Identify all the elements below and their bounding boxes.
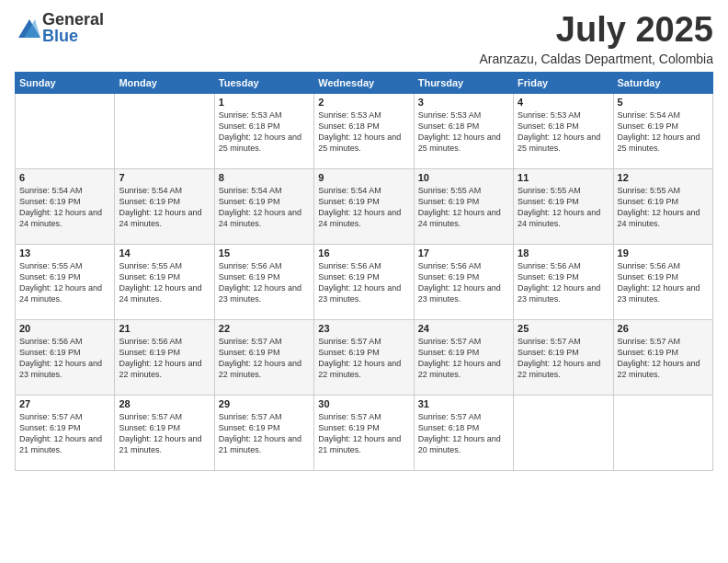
day-info: Sunrise: 5:55 AM Sunset: 6:19 PM Dayligh… xyxy=(19,260,110,305)
day-info: Sunrise: 5:56 AM Sunset: 6:19 PM Dayligh… xyxy=(518,260,609,305)
calendar-cell: 4Sunrise: 5:53 AM Sunset: 6:18 PM Daylig… xyxy=(514,93,613,168)
day-info: Sunrise: 5:56 AM Sunset: 6:19 PM Dayligh… xyxy=(219,260,310,305)
calendar-cell: 26Sunrise: 5:57 AM Sunset: 6:19 PM Dayli… xyxy=(613,319,712,395)
calendar-cell: 2Sunrise: 5:53 AM Sunset: 6:18 PM Daylig… xyxy=(314,93,414,168)
day-info: Sunrise: 5:56 AM Sunset: 6:19 PM Dayligh… xyxy=(19,336,110,381)
calendar-cell: 18Sunrise: 5:56 AM Sunset: 6:19 PM Dayli… xyxy=(514,244,613,319)
day-info: Sunrise: 5:53 AM Sunset: 6:18 PM Dayligh… xyxy=(318,109,409,155)
day-number: 2 xyxy=(318,97,409,108)
day-number: 11 xyxy=(518,172,609,183)
day-info: Sunrise: 5:57 AM Sunset: 6:19 PM Dayligh… xyxy=(119,411,210,456)
calendar-cell: 8Sunrise: 5:54 AM Sunset: 6:19 PM Daylig… xyxy=(214,168,313,244)
calendar-cell: 25Sunrise: 5:57 AM Sunset: 6:19 PM Dayli… xyxy=(514,319,613,395)
calendar-cell xyxy=(613,395,712,470)
day-info: Sunrise: 5:56 AM Sunset: 6:19 PM Dayligh… xyxy=(318,260,409,305)
weekday-header-cell: Wednesday xyxy=(314,72,414,93)
day-number: 28 xyxy=(119,398,210,409)
day-info: Sunrise: 5:57 AM Sunset: 6:19 PM Dayligh… xyxy=(418,336,509,381)
calendar-cell: 19Sunrise: 5:56 AM Sunset: 6:19 PM Dayli… xyxy=(613,244,712,319)
weekday-header-cell: Thursday xyxy=(414,72,513,93)
calendar-week-row: 6Sunrise: 5:54 AM Sunset: 6:19 PM Daylig… xyxy=(16,168,713,244)
month-title: July 2025 xyxy=(480,11,713,50)
day-number: 24 xyxy=(418,323,509,334)
calendar-cell: 29Sunrise: 5:57 AM Sunset: 6:19 PM Dayli… xyxy=(214,395,313,470)
day-info: Sunrise: 5:56 AM Sunset: 6:19 PM Dayligh… xyxy=(418,260,509,305)
calendar-cell: 21Sunrise: 5:56 AM Sunset: 6:19 PM Dayli… xyxy=(115,319,214,395)
location-title: Aranzazu, Caldas Department, Colombia xyxy=(480,52,713,66)
day-number: 1 xyxy=(219,97,310,108)
title-block: July 2025 Aranzazu, Caldas Department, C… xyxy=(480,11,713,66)
calendar-cell: 9Sunrise: 5:54 AM Sunset: 6:19 PM Daylig… xyxy=(314,168,414,244)
day-number: 3 xyxy=(418,97,509,108)
calendar-cell: 12Sunrise: 5:55 AM Sunset: 6:19 PM Dayli… xyxy=(613,168,712,244)
logo-general-text: General xyxy=(42,11,104,28)
calendar-week-row: 20Sunrise: 5:56 AM Sunset: 6:19 PM Dayli… xyxy=(16,319,713,395)
day-number: 18 xyxy=(518,247,609,259)
day-info: Sunrise: 5:57 AM Sunset: 6:19 PM Dayligh… xyxy=(219,336,310,381)
day-number: 9 xyxy=(318,172,409,183)
day-info: Sunrise: 5:57 AM Sunset: 6:19 PM Dayligh… xyxy=(318,411,409,456)
day-number: 7 xyxy=(119,172,210,183)
day-info: Sunrise: 5:54 AM Sunset: 6:19 PM Dayligh… xyxy=(219,185,310,230)
day-number: 6 xyxy=(19,172,110,183)
calendar-cell: 3Sunrise: 5:53 AM Sunset: 6:18 PM Daylig… xyxy=(414,93,513,168)
calendar-cell: 13Sunrise: 5:55 AM Sunset: 6:19 PM Dayli… xyxy=(16,244,115,319)
weekday-header-cell: Monday xyxy=(115,72,214,93)
day-number: 23 xyxy=(318,323,409,334)
calendar-week-row: 1Sunrise: 5:53 AM Sunset: 6:18 PM Daylig… xyxy=(16,93,713,168)
day-number: 20 xyxy=(19,323,110,334)
calendar-cell: 30Sunrise: 5:57 AM Sunset: 6:19 PM Dayli… xyxy=(314,395,414,470)
day-info: Sunrise: 5:54 AM Sunset: 6:19 PM Dayligh… xyxy=(119,185,210,230)
day-number: 14 xyxy=(119,247,210,259)
calendar-cell: 31Sunrise: 5:57 AM Sunset: 6:18 PM Dayli… xyxy=(414,395,513,470)
calendar-table: SundayMondayTuesdayWednesdayThursdayFrid… xyxy=(15,72,713,471)
day-info: Sunrise: 5:57 AM Sunset: 6:18 PM Dayligh… xyxy=(418,411,509,456)
calendar-cell: 14Sunrise: 5:55 AM Sunset: 6:19 PM Dayli… xyxy=(115,244,214,319)
calendar-cell: 10Sunrise: 5:55 AM Sunset: 6:19 PM Dayli… xyxy=(414,168,513,244)
calendar-cell: 6Sunrise: 5:54 AM Sunset: 6:19 PM Daylig… xyxy=(16,168,115,244)
day-number: 22 xyxy=(219,323,310,334)
day-number: 8 xyxy=(219,172,310,183)
generalblue-icon xyxy=(15,16,40,41)
calendar-cell: 15Sunrise: 5:56 AM Sunset: 6:19 PM Dayli… xyxy=(214,244,313,319)
day-info: Sunrise: 5:54 AM Sunset: 6:19 PM Dayligh… xyxy=(618,109,709,155)
day-info: Sunrise: 5:57 AM Sunset: 6:19 PM Dayligh… xyxy=(618,336,709,381)
day-info: Sunrise: 5:56 AM Sunset: 6:19 PM Dayligh… xyxy=(618,260,709,305)
day-info: Sunrise: 5:54 AM Sunset: 6:19 PM Dayligh… xyxy=(19,185,110,230)
day-number: 25 xyxy=(518,323,609,334)
page: General Blue July 2025 Aranzazu, Caldas … xyxy=(0,0,728,563)
day-number: 29 xyxy=(219,398,310,409)
day-number: 17 xyxy=(418,247,509,259)
day-number: 26 xyxy=(618,323,709,334)
calendar-cell xyxy=(514,395,613,470)
calendar-body: 1Sunrise: 5:53 AM Sunset: 6:18 PM Daylig… xyxy=(16,93,713,470)
day-info: Sunrise: 5:57 AM Sunset: 6:19 PM Dayligh… xyxy=(318,336,409,381)
day-number: 27 xyxy=(19,398,110,409)
day-number: 13 xyxy=(19,247,110,259)
calendar-cell xyxy=(16,93,115,168)
logo: General Blue xyxy=(15,11,104,44)
weekday-header-cell: Tuesday xyxy=(214,72,313,93)
day-number: 19 xyxy=(618,247,709,259)
calendar-week-row: 27Sunrise: 5:57 AM Sunset: 6:19 PM Dayli… xyxy=(16,395,713,470)
logo-blue-text: Blue xyxy=(42,28,104,44)
day-info: Sunrise: 5:54 AM Sunset: 6:19 PM Dayligh… xyxy=(318,185,409,230)
calendar-cell: 5Sunrise: 5:54 AM Sunset: 6:19 PM Daylig… xyxy=(613,93,712,168)
day-number: 21 xyxy=(119,323,210,334)
calendar-cell: 16Sunrise: 5:56 AM Sunset: 6:19 PM Dayli… xyxy=(314,244,414,319)
day-number: 10 xyxy=(418,172,509,183)
header: General Blue July 2025 Aranzazu, Caldas … xyxy=(15,11,713,66)
weekday-header-cell: Saturday xyxy=(613,72,712,93)
calendar-cell: 17Sunrise: 5:56 AM Sunset: 6:19 PM Dayli… xyxy=(414,244,513,319)
calendar-week-row: 13Sunrise: 5:55 AM Sunset: 6:19 PM Dayli… xyxy=(16,244,713,319)
day-info: Sunrise: 5:55 AM Sunset: 6:19 PM Dayligh… xyxy=(119,260,210,305)
calendar-cell: 1Sunrise: 5:53 AM Sunset: 6:18 PM Daylig… xyxy=(214,93,313,168)
calendar-cell: 7Sunrise: 5:54 AM Sunset: 6:19 PM Daylig… xyxy=(115,168,214,244)
day-number: 16 xyxy=(318,247,409,259)
day-info: Sunrise: 5:55 AM Sunset: 6:19 PM Dayligh… xyxy=(518,185,609,230)
day-info: Sunrise: 5:57 AM Sunset: 6:19 PM Dayligh… xyxy=(19,411,110,456)
day-number: 15 xyxy=(219,247,310,259)
day-number: 5 xyxy=(618,97,709,108)
day-info: Sunrise: 5:55 AM Sunset: 6:19 PM Dayligh… xyxy=(418,185,509,230)
calendar-cell: 11Sunrise: 5:55 AM Sunset: 6:19 PM Dayli… xyxy=(514,168,613,244)
